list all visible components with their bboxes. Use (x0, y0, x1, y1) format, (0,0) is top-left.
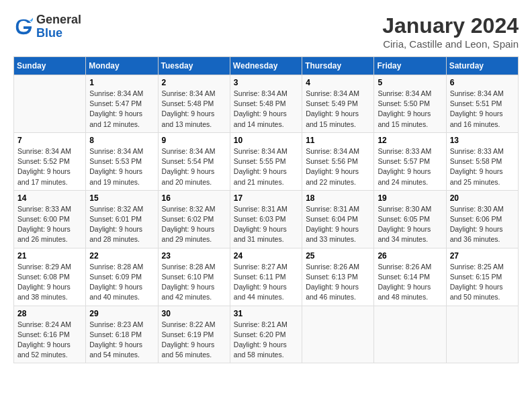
calendar-cell: 15Sunrise: 8:32 AM Sunset: 6:01 PM Dayli… (86, 190, 158, 248)
day-number: 18 (306, 193, 370, 203)
day-number: 1 (89, 78, 154, 87)
weekday-header: Wednesday (230, 57, 302, 75)
calendar-cell: 26Sunrise: 8:26 AM Sunset: 6:14 PM Dayli… (374, 248, 446, 306)
day-info: Sunrise: 8:31 AM Sunset: 6:04 PM Dayligh… (306, 204, 370, 245)
logo: General Blue (13, 13, 81, 40)
calendar-cell: 24Sunrise: 8:27 AM Sunset: 6:11 PM Dayli… (230, 248, 302, 306)
day-info: Sunrise: 8:26 AM Sunset: 6:13 PM Dayligh… (306, 262, 370, 303)
calendar-body: 1Sunrise: 8:34 AM Sunset: 5:47 PM Daylig… (14, 75, 519, 363)
calendar-cell (446, 306, 518, 363)
day-info: Sunrise: 8:34 AM Sunset: 5:51 PM Dayligh… (450, 89, 515, 130)
location: Ciria, Castille and Leon, Spain (382, 38, 519, 50)
month-title: January 2024 (382, 13, 519, 38)
calendar-cell: 3Sunrise: 8:34 AM Sunset: 5:48 PM Daylig… (230, 75, 302, 133)
calendar-week-row: 1Sunrise: 8:34 AM Sunset: 5:47 PM Daylig… (14, 75, 519, 133)
day-number: 19 (378, 193, 442, 203)
day-number: 7 (17, 136, 82, 145)
calendar-cell: 14Sunrise: 8:33 AM Sunset: 6:00 PM Dayli… (14, 190, 86, 248)
weekday-header: Sunday (14, 57, 86, 75)
day-info: Sunrise: 8:33 AM Sunset: 5:57 PM Dayligh… (378, 146, 442, 187)
calendar-cell: 10Sunrise: 8:34 AM Sunset: 5:55 PM Dayli… (230, 132, 302, 190)
calendar-week-row: 28Sunrise: 8:24 AM Sunset: 6:16 PM Dayli… (14, 306, 519, 363)
day-info: Sunrise: 8:30 AM Sunset: 6:05 PM Dayligh… (378, 204, 442, 245)
day-info: Sunrise: 8:34 AM Sunset: 5:48 PM Dayligh… (234, 89, 298, 130)
calendar-week-row: 14Sunrise: 8:33 AM Sunset: 6:00 PM Dayli… (14, 190, 519, 248)
day-info: Sunrise: 8:34 AM Sunset: 5:53 PM Dayligh… (89, 146, 154, 187)
day-info: Sunrise: 8:34 AM Sunset: 5:54 PM Dayligh… (162, 146, 226, 187)
day-info: Sunrise: 8:34 AM Sunset: 5:48 PM Dayligh… (162, 89, 226, 130)
day-info: Sunrise: 8:28 AM Sunset: 6:09 PM Dayligh… (89, 262, 154, 303)
weekday-header: Friday (374, 57, 446, 75)
logo-blue: Blue (36, 27, 81, 40)
calendar-cell: 16Sunrise: 8:32 AM Sunset: 6:02 PM Dayli… (158, 190, 230, 248)
calendar-cell: 9Sunrise: 8:34 AM Sunset: 5:54 PM Daylig… (158, 132, 230, 190)
weekday-header: Saturday (446, 57, 518, 75)
day-number: 4 (306, 78, 370, 87)
day-number: 3 (234, 78, 298, 87)
day-info: Sunrise: 8:33 AM Sunset: 6:00 PM Dayligh… (17, 204, 82, 245)
day-number: 9 (162, 136, 226, 145)
calendar-cell: 1Sunrise: 8:34 AM Sunset: 5:47 PM Daylig… (86, 75, 158, 133)
day-info: Sunrise: 8:25 AM Sunset: 6:15 PM Dayligh… (450, 262, 515, 303)
weekday-header: Tuesday (158, 57, 230, 75)
day-info: Sunrise: 8:29 AM Sunset: 6:08 PM Dayligh… (17, 262, 82, 303)
calendar-cell: 22Sunrise: 8:28 AM Sunset: 6:09 PM Dayli… (86, 248, 158, 306)
day-info: Sunrise: 8:34 AM Sunset: 5:50 PM Dayligh… (378, 89, 442, 130)
calendar-cell (302, 306, 374, 363)
day-number: 23 (162, 251, 226, 261)
day-number: 21 (17, 251, 82, 261)
day-info: Sunrise: 8:34 AM Sunset: 5:47 PM Dayligh… (89, 89, 154, 130)
calendar-cell: 11Sunrise: 8:34 AM Sunset: 5:56 PM Dayli… (302, 132, 374, 190)
day-info: Sunrise: 8:34 AM Sunset: 5:52 PM Dayligh… (17, 146, 82, 187)
calendar-week-row: 21Sunrise: 8:29 AM Sunset: 6:08 PM Dayli… (14, 248, 519, 306)
day-info: Sunrise: 8:34 AM Sunset: 5:56 PM Dayligh… (306, 146, 370, 187)
calendar-cell: 6Sunrise: 8:34 AM Sunset: 5:51 PM Daylig… (446, 75, 518, 133)
day-number: 26 (378, 251, 442, 261)
calendar-cell: 31Sunrise: 8:21 AM Sunset: 6:20 PM Dayli… (230, 306, 302, 363)
calendar-week-row: 7Sunrise: 8:34 AM Sunset: 5:52 PM Daylig… (14, 132, 519, 190)
day-number: 12 (378, 136, 442, 145)
day-info: Sunrise: 8:21 AM Sunset: 6:20 PM Dayligh… (234, 320, 298, 361)
weekday-header: Monday (86, 57, 158, 75)
weekday-row: SundayMondayTuesdayWednesdayThursdayFrid… (14, 57, 519, 75)
day-info: Sunrise: 8:22 AM Sunset: 6:19 PM Dayligh… (162, 320, 226, 361)
day-number: 6 (450, 78, 515, 87)
day-number: 17 (234, 193, 298, 203)
day-number: 25 (306, 251, 370, 261)
calendar-cell: 30Sunrise: 8:22 AM Sunset: 6:19 PM Dayli… (158, 306, 230, 363)
day-info: Sunrise: 8:24 AM Sunset: 6:16 PM Dayligh… (17, 320, 82, 361)
day-info: Sunrise: 8:32 AM Sunset: 6:01 PM Dayligh… (89, 204, 154, 245)
day-number: 5 (378, 78, 442, 87)
calendar: SundayMondayTuesdayWednesdayThursdayFrid… (13, 56, 519, 363)
day-number: 8 (89, 136, 154, 145)
weekday-header: Thursday (302, 57, 374, 75)
day-info: Sunrise: 8:31 AM Sunset: 6:03 PM Dayligh… (234, 204, 298, 245)
day-info: Sunrise: 8:32 AM Sunset: 6:02 PM Dayligh… (162, 204, 226, 245)
calendar-cell: 12Sunrise: 8:33 AM Sunset: 5:57 PM Dayli… (374, 132, 446, 190)
day-number: 14 (17, 193, 82, 203)
day-info: Sunrise: 8:23 AM Sunset: 6:18 PM Dayligh… (89, 320, 154, 361)
day-number: 30 (162, 309, 226, 318)
calendar-cell: 25Sunrise: 8:26 AM Sunset: 6:13 PM Dayli… (302, 248, 374, 306)
calendar-cell: 8Sunrise: 8:34 AM Sunset: 5:53 PM Daylig… (86, 132, 158, 190)
calendar-cell: 23Sunrise: 8:28 AM Sunset: 6:10 PM Dayli… (158, 248, 230, 306)
day-info: Sunrise: 8:28 AM Sunset: 6:10 PM Dayligh… (162, 262, 226, 303)
day-number: 22 (89, 251, 154, 261)
calendar-cell: 27Sunrise: 8:25 AM Sunset: 6:15 PM Dayli… (446, 248, 518, 306)
day-number: 29 (89, 309, 154, 318)
calendar-header: SundayMondayTuesdayWednesdayThursdayFrid… (14, 57, 519, 75)
day-number: 13 (450, 136, 515, 145)
calendar-cell: 29Sunrise: 8:23 AM Sunset: 6:18 PM Dayli… (86, 306, 158, 363)
calendar-cell: 17Sunrise: 8:31 AM Sunset: 6:03 PM Dayli… (230, 190, 302, 248)
calendar-cell: 18Sunrise: 8:31 AM Sunset: 6:04 PM Dayli… (302, 190, 374, 248)
day-number: 24 (234, 251, 298, 261)
day-number: 10 (234, 136, 298, 145)
day-info: Sunrise: 8:34 AM Sunset: 5:55 PM Dayligh… (234, 146, 298, 187)
day-number: 28 (17, 309, 82, 318)
day-number: 16 (162, 193, 226, 203)
calendar-cell: 21Sunrise: 8:29 AM Sunset: 6:08 PM Dayli… (14, 248, 86, 306)
calendar-cell (14, 75, 86, 133)
day-number: 11 (306, 136, 370, 145)
calendar-cell: 4Sunrise: 8:34 AM Sunset: 5:49 PM Daylig… (302, 75, 374, 133)
calendar-cell: 13Sunrise: 8:33 AM Sunset: 5:58 PM Dayli… (446, 132, 518, 190)
